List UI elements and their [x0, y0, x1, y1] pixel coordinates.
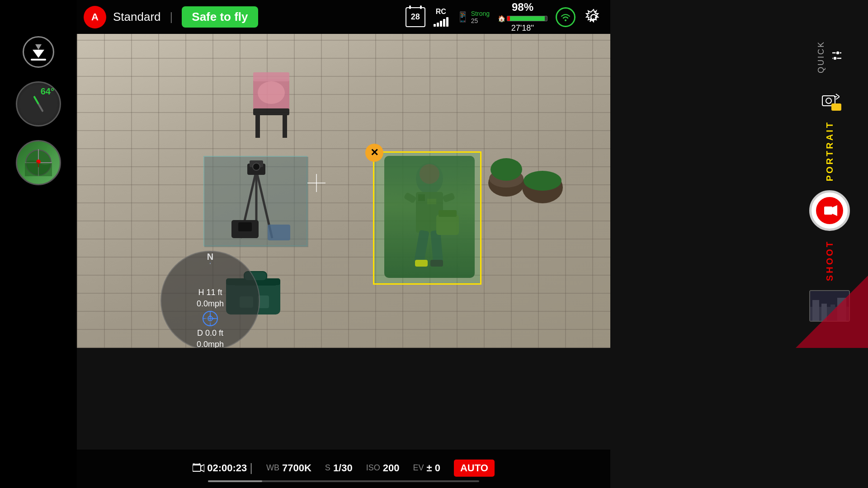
signal-bar-4	[443, 19, 445, 27]
battery-bar-fill	[510, 16, 545, 21]
safe-to-fly-label: Safe to fly	[192, 10, 248, 23]
distance-speed-row: 0.0mph	[197, 340, 224, 348]
svg-point-52	[524, 171, 561, 191]
top-bar: A Standard | Safe to fly 28 RC 📱	[77, 0, 610, 34]
wb-label: WB	[266, 463, 279, 473]
home-icon: 🏠	[498, 15, 505, 22]
phone-icon: 📱	[457, 11, 469, 23]
rc-channel-num: 25	[471, 17, 490, 24]
ev-block[interactable]: EV ± 0	[413, 462, 440, 474]
ev-value: ± 0	[426, 462, 440, 474]
tracking-box: ✕	[373, 151, 481, 285]
north-indicator: N	[207, 252, 213, 262]
distance-value: 0.0 ft	[205, 328, 223, 338]
iso-value: 200	[383, 462, 400, 474]
close-icon: ✕	[370, 147, 378, 159]
record-time-value: 02:00:23	[207, 462, 247, 474]
logo-text: A	[91, 11, 99, 23]
svg-point-66	[826, 98, 831, 103]
svg-rect-10	[255, 115, 260, 138]
svg-marker-38	[210, 264, 210, 265]
signal-bars	[434, 17, 448, 27]
auto-button[interactable]: AUTO	[454, 460, 495, 477]
svg-point-62	[836, 51, 840, 55]
scene-chairs	[226, 70, 326, 169]
recording-progress-bar	[208, 480, 479, 482]
shutter-block[interactable]: S 1/30	[325, 462, 353, 474]
iso-label: ISO	[366, 463, 380, 473]
portrait-mode-label[interactable]: PORTRAIT	[825, 121, 835, 181]
shutter-label: S	[325, 463, 330, 473]
compass-needle	[33, 96, 43, 113]
rc-label: RC	[436, 8, 446, 16]
svg-marker-2	[35, 44, 42, 50]
landing-button[interactable]	[23, 36, 54, 68]
location-icon	[202, 310, 218, 327]
record-button[interactable]	[809, 190, 850, 231]
signal-bar-2	[437, 23, 439, 27]
video-badge	[831, 103, 841, 111]
dji-logo[interactable]: A	[84, 6, 106, 28]
svg-rect-12	[253, 72, 289, 81]
ev-label: EV	[413, 463, 424, 473]
quick-label: QUICK	[816, 41, 826, 73]
svg-rect-70	[824, 206, 832, 215]
calendar-icon[interactable]: 28	[406, 7, 425, 27]
signal-strength-label: Strong	[471, 10, 490, 17]
telemetry-data: H 11 ft 0.0mph D 0.0 ft 0.0mph	[197, 288, 224, 348]
camera-switch-button[interactable]	[817, 87, 842, 112]
svg-rect-22	[238, 222, 252, 231]
altitude-row: H 11 ft	[198, 288, 222, 297]
svg-rect-9	[253, 108, 289, 115]
svg-point-50	[491, 158, 522, 181]
compass-widget[interactable]: 64°	[16, 81, 61, 127]
safe-to-fly-button[interactable]: Safe to fly	[182, 6, 258, 28]
battery-bar-outer	[507, 16, 547, 21]
connection-block: 📱 Strong 25	[457, 10, 490, 24]
svg-point-59	[565, 19, 566, 21]
battery-bar-wrapper: 🏠	[498, 15, 547, 22]
wifi-signal-icon[interactable]	[556, 7, 576, 27]
map-widget[interactable]	[16, 140, 61, 185]
shutter-value: 1/30	[333, 462, 353, 474]
flight-mode-label: Standard	[113, 10, 161, 24]
bottom-bar: 02:00:23 | WB 7700K S 1/30 ISO 200 EV ± …	[77, 450, 610, 488]
svg-rect-23	[268, 225, 290, 240]
signal-bar-5	[446, 17, 448, 27]
auto-label: AUTO	[460, 462, 488, 474]
crosshair	[307, 174, 326, 192]
rc-signal-block: RC	[434, 8, 448, 27]
divider: |	[170, 10, 173, 24]
wb-block[interactable]: WB 7700K	[266, 462, 311, 474]
recording-progress-fill	[208, 480, 262, 482]
tracking-close-button[interactable]: ✕	[365, 144, 383, 162]
top-right-controls: 28 RC 📱 Strong 25 98	[406, 1, 604, 33]
altitude-speed-row: 0.0mph	[197, 299, 224, 309]
left-sidebar: 64°	[0, 0, 77, 488]
distance-label: D	[197, 328, 203, 338]
svg-point-13	[258, 81, 285, 104]
settings-button[interactable]	[584, 7, 604, 27]
iso-block[interactable]: ISO 200	[366, 462, 400, 474]
svg-point-64	[833, 56, 837, 60]
right-controls: QUICK PORTRAIT	[791, 34, 868, 348]
signal-bar-3	[440, 21, 442, 27]
record-time-icon	[193, 463, 204, 473]
battery-percentage: 98%	[512, 1, 533, 14]
svg-marker-0	[33, 50, 44, 58]
svg-rect-78	[193, 465, 201, 471]
adjust-icon[interactable]	[830, 49, 843, 65]
record-time-block[interactable]: 02:00:23 |	[193, 461, 253, 475]
red-corner-decoration	[796, 276, 868, 348]
distance-row: D 0.0 ft	[197, 328, 223, 338]
altitude-speed: 0.0mph	[197, 299, 224, 308]
svg-marker-69	[837, 105, 840, 109]
shoot-mode-label[interactable]: SHOOT	[825, 240, 835, 281]
svg-marker-79	[201, 465, 204, 472]
battery-time-label: 27'18''	[511, 23, 534, 33]
svg-marker-71	[832, 205, 837, 216]
wb-value: 7700K	[282, 462, 311, 474]
scene-equipment-table	[203, 156, 307, 246]
camera-params-row: 02:00:23 | WB 7700K S 1/30 ISO 200 EV ± …	[184, 456, 504, 480]
distance-speed: 0.0mph	[197, 340, 224, 348]
